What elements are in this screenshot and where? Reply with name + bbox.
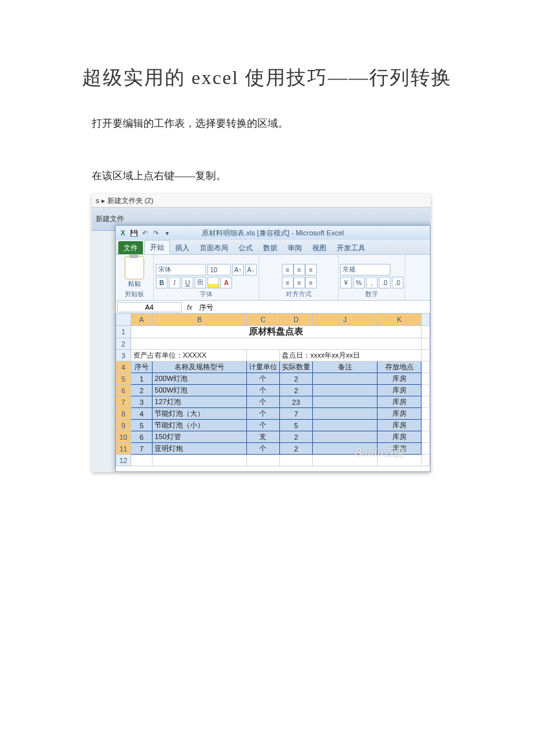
font-size-combo[interactable]: 10 xyxy=(208,264,231,275)
col-header-C[interactable]: C xyxy=(246,314,279,326)
align-top-button[interactable]: ≡ xyxy=(282,264,294,275)
data-loc[interactable]: 库房 xyxy=(378,431,422,443)
row-header-9[interactable]: 9 xyxy=(116,420,131,431)
data-qty[interactable]: 2 xyxy=(279,373,312,385)
row-header-6[interactable]: 6 xyxy=(116,385,131,396)
currency-button[interactable]: ¥ xyxy=(340,277,352,288)
tab-insert[interactable]: 插入 xyxy=(170,241,195,254)
col-header-J[interactable]: J xyxy=(312,314,377,326)
data-note[interactable] xyxy=(312,408,377,420)
tab-dev[interactable]: 开发工具 xyxy=(332,241,370,254)
col-header-K[interactable]: K xyxy=(378,314,422,326)
row-header-5[interactable]: 5 xyxy=(116,373,131,385)
number-format-combo[interactable]: 常规 xyxy=(340,264,390,275)
font-color-button[interactable]: A xyxy=(220,277,232,288)
data-unit[interactable]: 个 xyxy=(246,385,279,396)
increase-decimal-button[interactable]: .0 xyxy=(379,277,390,288)
row-header-8[interactable]: 8 xyxy=(116,408,131,420)
fill-color-button[interactable] xyxy=(208,277,219,288)
data-qty[interactable]: 7 xyxy=(279,408,312,420)
align-center-button[interactable]: ≡ xyxy=(294,277,305,288)
data-unit[interactable]: 个 xyxy=(246,443,279,455)
asset-owner-cell[interactable]: 资产占有单位：XXXXX xyxy=(131,350,246,362)
tab-home[interactable]: 开始 xyxy=(144,240,170,254)
data-note[interactable] xyxy=(312,420,377,431)
data-unit[interactable]: 个 xyxy=(246,420,279,431)
data-seq[interactable]: 4 xyxy=(131,408,153,420)
header-qty[interactable]: 实际数量 xyxy=(279,362,312,373)
col-header-D[interactable]: D xyxy=(279,314,312,326)
save-icon[interactable]: 💾 xyxy=(129,228,138,237)
italic-button[interactable]: I xyxy=(169,277,180,288)
font-name-combo[interactable]: 宋体 xyxy=(156,264,206,275)
header-seq[interactable]: 序号 xyxy=(131,362,153,373)
align-left-button[interactable]: ≡ xyxy=(282,277,294,288)
data-note[interactable] xyxy=(312,431,377,443)
data-unit[interactable]: 支 xyxy=(246,431,279,443)
qat-dropdown-icon[interactable]: ▾ xyxy=(162,228,171,237)
row-header-7[interactable]: 7 xyxy=(116,396,131,408)
header-note[interactable]: 备注 xyxy=(312,362,377,373)
col-header-A[interactable]: A xyxy=(131,314,153,326)
data-qty[interactable]: 23 xyxy=(279,396,312,408)
data-name[interactable]: 节能灯泡（大） xyxy=(153,408,247,420)
sheet-title-cell[interactable]: 原材料盘点表 xyxy=(131,326,421,338)
data-qty[interactable]: 2 xyxy=(279,431,312,443)
row-header-12[interactable]: 12 xyxy=(116,455,131,466)
row-header-3[interactable]: 3 xyxy=(116,350,131,362)
comma-button[interactable]: , xyxy=(366,277,378,288)
undo-icon[interactable]: ↶ xyxy=(140,228,149,237)
count-date-cell[interactable]: 盘点日：xxxx年xx月xx日 xyxy=(279,350,421,362)
data-seq[interactable]: 3 xyxy=(131,396,153,408)
paste-icon[interactable] xyxy=(125,256,144,279)
fx-icon[interactable]: fx xyxy=(183,303,197,311)
data-unit[interactable]: 个 xyxy=(246,373,279,385)
data-qty[interactable]: 2 xyxy=(279,385,312,396)
data-seq[interactable]: 7 xyxy=(131,443,153,455)
border-button[interactable]: 田 xyxy=(195,277,206,288)
breadcrumb-folder[interactable]: 新建文件夹 (2) xyxy=(107,196,154,206)
data-loc[interactable]: 库房 xyxy=(378,396,422,408)
tab-file[interactable]: 文件 xyxy=(118,241,143,254)
data-qty[interactable]: 2 xyxy=(279,443,312,455)
data-name[interactable]: 亚明灯炮 xyxy=(153,443,247,455)
bold-button[interactable]: B xyxy=(156,277,167,288)
row-header-2[interactable]: 2 xyxy=(116,338,131,350)
data-unit[interactable]: 个 xyxy=(246,396,279,408)
row-header-4[interactable]: 4 xyxy=(116,362,131,373)
tab-data[interactable]: 数据 xyxy=(258,241,283,254)
tab-layout[interactable]: 页面布局 xyxy=(195,241,233,254)
header-name[interactable]: 名称及规格型号 xyxy=(153,362,247,373)
align-middle-button[interactable]: ≡ xyxy=(294,264,305,275)
data-name[interactable]: 200W灯泡 xyxy=(153,373,247,385)
tab-view[interactable]: 视图 xyxy=(307,241,332,254)
data-note[interactable] xyxy=(312,396,377,408)
data-seq[interactable]: 5 xyxy=(131,420,153,431)
align-right-button[interactable]: ≡ xyxy=(305,277,317,288)
data-name[interactable]: 500W灯泡 xyxy=(153,385,247,396)
decrease-decimal-button[interactable]: .0 xyxy=(392,277,403,288)
col-header-B[interactable]: B xyxy=(153,314,247,326)
redo-icon[interactable]: ↷ xyxy=(151,228,160,237)
formula-input[interactable]: 序号 xyxy=(197,303,430,312)
align-bottom-button[interactable]: ≡ xyxy=(305,264,317,275)
data-note[interactable] xyxy=(312,373,377,385)
name-box[interactable]: A4 xyxy=(117,302,182,312)
blank-row[interactable] xyxy=(131,338,421,350)
select-all-corner[interactable] xyxy=(116,314,131,326)
increase-font-button[interactable]: A↑ xyxy=(232,264,244,275)
underline-button[interactable]: U xyxy=(182,277,193,288)
data-name[interactable]: 节能灯泡（小） xyxy=(153,420,247,431)
data-loc[interactable]: 库房 xyxy=(378,408,422,420)
col-header-extra[interactable] xyxy=(421,314,429,326)
row-header-10[interactable]: 10 xyxy=(116,431,131,443)
data-loc[interactable]: 库房 xyxy=(378,420,422,431)
header-loc[interactable]: 存放地点 xyxy=(378,362,422,373)
header-unit[interactable]: 计量单位 xyxy=(246,362,279,373)
data-qty[interactable]: 5 xyxy=(279,420,312,431)
data-seq[interactable]: 2 xyxy=(131,385,153,396)
tab-review[interactable]: 审阅 xyxy=(283,241,307,254)
data-loc[interactable]: 库房 xyxy=(378,385,422,396)
tab-formula[interactable]: 公式 xyxy=(233,241,258,254)
data-seq[interactable]: 6 xyxy=(131,431,153,443)
